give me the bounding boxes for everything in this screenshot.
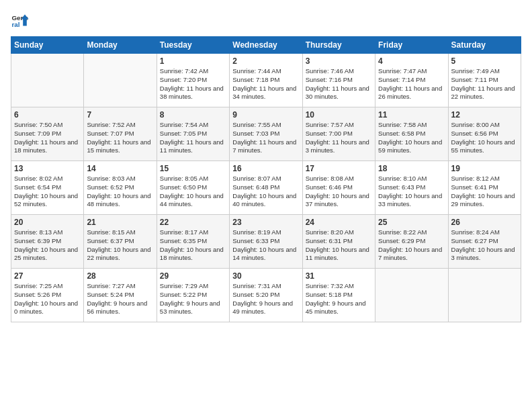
calendar-cell: 10Sunrise: 7:57 AMSunset: 7:00 PMDayligh… (302, 107, 375, 161)
day-number: 7 (87, 110, 153, 120)
day-number: 10 (306, 110, 372, 120)
day-header-tuesday: Tuesday (157, 37, 229, 54)
calendar-cell: 22Sunrise: 8:17 AMSunset: 6:35 PMDayligh… (157, 215, 229, 269)
calendar-cell: 18Sunrise: 8:10 AMSunset: 6:43 PMDayligh… (375, 161, 448, 215)
day-number: 6 (14, 110, 81, 120)
calendar-cell (375, 269, 448, 322)
calendar-cell: 3Sunrise: 7:46 AMSunset: 7:16 PMDaylight… (302, 54, 375, 107)
calendar-cell: 14Sunrise: 8:03 AMSunset: 6:52 PMDayligh… (84, 161, 157, 215)
week-row-3: 13Sunrise: 8:02 AMSunset: 6:54 PMDayligh… (11, 161, 521, 215)
calendar-cell (11, 54, 84, 107)
cell-content: Sunrise: 8:24 AMSunset: 6:27 PMDaylight:… (451, 228, 518, 263)
calendar-cell: 26Sunrise: 8:24 AMSunset: 6:27 PMDayligh… (448, 215, 521, 269)
day-number: 12 (451, 110, 518, 120)
day-number: 2 (232, 56, 299, 66)
day-number: 8 (160, 110, 226, 120)
cell-content: Sunrise: 8:15 AMSunset: 6:37 PMDaylight:… (87, 228, 153, 263)
day-number: 26 (451, 218, 518, 227)
day-number: 4 (378, 56, 445, 66)
week-row-2: 6Sunrise: 7:50 AMSunset: 7:09 PMDaylight… (11, 107, 521, 161)
day-number: 5 (451, 56, 518, 66)
calendar-cell: 7Sunrise: 7:52 AMSunset: 7:07 PMDaylight… (84, 107, 157, 161)
day-number: 16 (232, 164, 299, 173)
day-number: 31 (306, 271, 372, 281)
calendar-cell: 4Sunrise: 7:47 AMSunset: 7:14 PMDaylight… (375, 54, 448, 107)
cell-content: Sunrise: 7:49 AMSunset: 7:11 PMDaylight:… (451, 67, 518, 101)
calendar-cell: 5Sunrise: 7:49 AMSunset: 7:11 PMDaylight… (448, 54, 521, 107)
calendar-cell: 25Sunrise: 8:22 AMSunset: 6:29 PMDayligh… (375, 215, 448, 269)
day-number: 23 (232, 218, 299, 227)
svg-text:ral: ral (11, 21, 19, 28)
calendar-cell: 6Sunrise: 7:50 AMSunset: 7:09 PMDaylight… (11, 107, 84, 161)
cell-content: Sunrise: 8:19 AMSunset: 6:33 PMDaylight:… (232, 228, 299, 263)
day-number: 28 (87, 271, 153, 281)
cell-content: Sunrise: 7:46 AMSunset: 7:16 PMDaylight:… (306, 67, 372, 101)
cell-content: Sunrise: 8:03 AMSunset: 6:52 PMDaylight:… (87, 175, 153, 209)
day-number: 3 (306, 56, 372, 66)
cell-content: Sunrise: 7:57 AMSunset: 7:00 PMDaylight:… (306, 121, 372, 155)
calendar-cell: 2Sunrise: 7:44 AMSunset: 7:18 PMDaylight… (230, 54, 302, 107)
calendar-cell: 13Sunrise: 8:02 AMSunset: 6:54 PMDayligh… (11, 161, 84, 215)
cell-content: Sunrise: 8:08 AMSunset: 6:46 PMDaylight:… (306, 175, 372, 209)
cell-content: Sunrise: 8:12 AMSunset: 6:41 PMDaylight:… (451, 175, 518, 209)
day-number: 27 (14, 271, 81, 281)
day-number: 1 (160, 56, 226, 66)
day-number: 18 (378, 164, 445, 173)
cell-content: Sunrise: 8:22 AMSunset: 6:29 PMDaylight:… (378, 228, 445, 263)
calendar-cell: 31Sunrise: 7:32 AMSunset: 5:18 PMDayligh… (302, 269, 375, 322)
day-header-monday: Monday (84, 37, 157, 54)
day-number: 21 (87, 218, 153, 227)
cell-content: Sunrise: 7:32 AMSunset: 5:18 PMDaylight:… (306, 282, 372, 316)
calendar-cell: 27Sunrise: 7:25 AMSunset: 5:26 PMDayligh… (11, 269, 84, 322)
cell-content: Sunrise: 8:05 AMSunset: 6:50 PMDaylight:… (160, 175, 226, 209)
cell-content: Sunrise: 7:31 AMSunset: 5:20 PMDaylight:… (232, 282, 299, 316)
day-header-sunday: Sunday (11, 37, 84, 54)
cell-content: Sunrise: 7:44 AMSunset: 7:18 PMDaylight:… (232, 67, 299, 101)
calendar-header-row: SundayMondayTuesdayWednesdayThursdayFrid… (11, 37, 521, 54)
calendar-cell: 28Sunrise: 7:27 AMSunset: 5:24 PMDayligh… (84, 269, 157, 322)
cell-content: Sunrise: 7:29 AMSunset: 5:22 PMDaylight:… (160, 282, 226, 316)
calendar-table: SundayMondayTuesdayWednesdayThursdayFrid… (11, 36, 521, 322)
calendar-cell: 1Sunrise: 7:42 AMSunset: 7:20 PMDaylight… (157, 54, 229, 107)
week-row-1: 1Sunrise: 7:42 AMSunset: 7:20 PMDaylight… (11, 54, 521, 107)
calendar-cell: 11Sunrise: 7:58 AMSunset: 6:58 PMDayligh… (375, 107, 448, 161)
calendar-cell: 9Sunrise: 7:55 AMSunset: 7:03 PMDaylight… (230, 107, 302, 161)
calendar-cell: 21Sunrise: 8:15 AMSunset: 6:37 PMDayligh… (84, 215, 157, 269)
day-number: 9 (232, 110, 299, 120)
cell-content: Sunrise: 7:27 AMSunset: 5:24 PMDaylight:… (87, 282, 153, 316)
calendar-cell: 19Sunrise: 8:12 AMSunset: 6:41 PMDayligh… (448, 161, 521, 215)
calendar-cell: 8Sunrise: 7:54 AMSunset: 7:05 PMDaylight… (157, 107, 229, 161)
logo-icon: Gene ral (11, 11, 30, 30)
day-number: 13 (14, 164, 81, 173)
cell-content: Sunrise: 8:00 AMSunset: 6:56 PMDaylight:… (451, 121, 518, 155)
day-number: 20 (14, 218, 81, 227)
week-row-5: 27Sunrise: 7:25 AMSunset: 5:26 PMDayligh… (11, 269, 521, 322)
day-number: 15 (160, 164, 226, 173)
calendar-body: 1Sunrise: 7:42 AMSunset: 7:20 PMDaylight… (11, 54, 521, 322)
day-header-friday: Friday (375, 37, 448, 54)
cell-content: Sunrise: 8:02 AMSunset: 6:54 PMDaylight:… (14, 175, 81, 209)
calendar-cell: 16Sunrise: 8:07 AMSunset: 6:48 PMDayligh… (230, 161, 302, 215)
cell-content: Sunrise: 7:47 AMSunset: 7:14 PMDaylight:… (378, 67, 445, 101)
calendar-cell: 15Sunrise: 8:05 AMSunset: 6:50 PMDayligh… (157, 161, 229, 215)
cell-content: Sunrise: 7:50 AMSunset: 7:09 PMDaylight:… (14, 121, 81, 155)
calendar-cell: 17Sunrise: 8:08 AMSunset: 6:46 PMDayligh… (302, 161, 375, 215)
page-header: Gene ral (11, 11, 521, 30)
day-number: 22 (160, 218, 226, 227)
calendar-cell: 23Sunrise: 8:19 AMSunset: 6:33 PMDayligh… (230, 215, 302, 269)
calendar-cell: 20Sunrise: 8:13 AMSunset: 6:39 PMDayligh… (11, 215, 84, 269)
day-header-wednesday: Wednesday (230, 37, 302, 54)
cell-content: Sunrise: 7:52 AMSunset: 7:07 PMDaylight:… (87, 121, 153, 155)
cell-content: Sunrise: 8:20 AMSunset: 6:31 PMDaylight:… (306, 228, 372, 263)
cell-content: Sunrise: 8:17 AMSunset: 6:35 PMDaylight:… (160, 228, 226, 263)
cell-content: Sunrise: 7:54 AMSunset: 7:05 PMDaylight:… (160, 121, 226, 155)
day-number: 24 (306, 218, 372, 227)
day-header-thursday: Thursday (302, 37, 375, 54)
cell-content: Sunrise: 8:10 AMSunset: 6:43 PMDaylight:… (378, 175, 445, 209)
week-row-4: 20Sunrise: 8:13 AMSunset: 6:39 PMDayligh… (11, 215, 521, 269)
calendar-cell: 30Sunrise: 7:31 AMSunset: 5:20 PMDayligh… (230, 269, 302, 322)
cell-content: Sunrise: 8:07 AMSunset: 6:48 PMDaylight:… (232, 175, 299, 209)
calendar-cell: 29Sunrise: 7:29 AMSunset: 5:22 PMDayligh… (157, 269, 229, 322)
cell-content: Sunrise: 8:13 AMSunset: 6:39 PMDaylight:… (14, 228, 81, 263)
day-number: 14 (87, 164, 153, 173)
